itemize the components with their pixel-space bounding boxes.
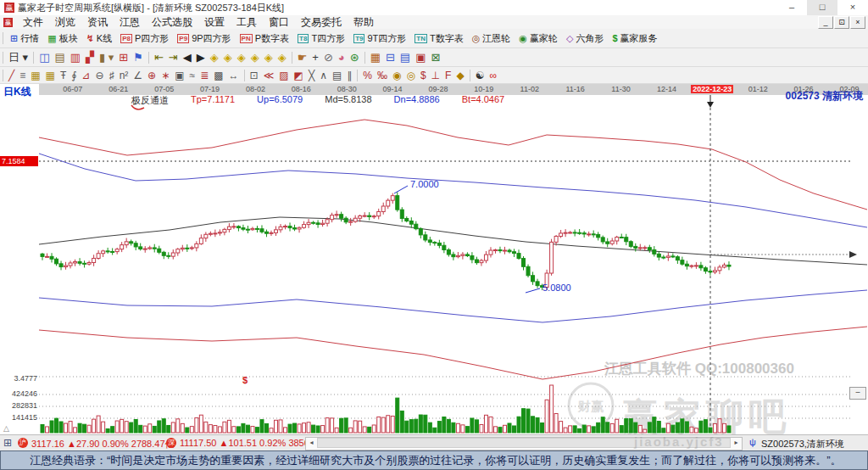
t-table-button[interactable]: TNT数字表 — [410, 32, 467, 45]
horizontal-scrollbar[interactable]: ◂ ▸ — [305, 437, 743, 450]
cross-tool-icon[interactable]: ╳ — [306, 70, 317, 81]
winner-wheel-button[interactable]: ◉赢家轮 — [515, 32, 562, 45]
scroll-left-button[interactable]: ◂ — [306, 438, 317, 448]
comb-lines-tool-icon[interactable]: ♯ — [107, 70, 117, 81]
zoom-diamond-1-icon[interactable]: ◈ — [208, 52, 221, 63]
wave-tool-icon[interactable]: ≈ — [187, 70, 198, 81]
scrollbar-thumb[interactable] — [317, 438, 731, 448]
next-bar-button-icon[interactable]: ▶ — [194, 52, 208, 63]
eraser-tool-button-icon[interactable]: ⊛ — [348, 52, 362, 63]
zoom-diamond-2-icon[interactable]: ◈ — [221, 52, 235, 63]
zoom-diamond-6-icon[interactable]: ◈ — [275, 52, 289, 63]
mdi-minimize-button[interactable]: _ — [818, 16, 833, 29]
menu-item-0[interactable]: 文件 — [17, 15, 49, 30]
zoom-diamond-4-icon[interactable]: ◈ — [248, 52, 262, 63]
taiji-button-icon[interactable]: ☯ — [473, 70, 487, 81]
kline-button[interactable]: ↯K线 — [82, 32, 117, 45]
gann-square-144-tool-icon[interactable]: ▦ — [43, 70, 58, 81]
angle-tool-icon[interactable]: ∠ — [131, 70, 145, 81]
n-square-tool-icon[interactable]: n² — [117, 70, 131, 81]
menu-item-3[interactable]: 江恩 — [114, 15, 146, 30]
select-tool-button-icon[interactable]: ⊘ — [321, 52, 336, 63]
flag-icon[interactable]: ⚑ — [131, 52, 146, 63]
sectors-button[interactable]: ▦板块 — [43, 32, 81, 45]
zoom-diamond-3-icon[interactable]: ◈ — [235, 52, 248, 63]
first-bar-button-icon[interactable]: ⇤ — [152, 52, 166, 63]
t9-square-button[interactable]: T99T四方形 — [349, 32, 410, 45]
menu-item-5[interactable]: 设置 — [198, 15, 231, 30]
golden-circle-tool-icon[interactable]: ◉ — [390, 70, 403, 81]
quote-grid-icon[interactable]: ⊞ — [3, 437, 12, 449]
shade-tool-icon[interactable]: ▨ — [276, 70, 291, 81]
grid-window-icon[interactable]: ⊞ — [116, 52, 131, 63]
menu-item-1[interactable]: 浏览 — [49, 15, 81, 30]
t-square-button[interactable]: T8T四方形 — [293, 32, 349, 45]
box-tool-icon[interactable]: ▣ — [172, 70, 186, 81]
zigzag-tool-icon[interactable]: ∧ — [317, 70, 330, 81]
maximize-button[interactable]: □ — [807, 0, 837, 15]
chart-window-icon[interactable]: ◫ — [36, 52, 52, 63]
fibonacci-tool-icon[interactable]: F — [442, 70, 453, 81]
mdi-close-button[interactable]: × — [850, 16, 865, 29]
hlines-tool-icon[interactable]: ▤ — [330, 70, 344, 81]
p-square-button[interactable]: P8P四方形 — [116, 32, 173, 45]
period-day-selector-icon[interactable]: 日 ▾ — [6, 52, 31, 63]
hexagon-button[interactable]: ◇六角形 — [562, 32, 608, 45]
p9-square-button[interactable]: P99P四方形 — [173, 32, 235, 45]
frame-tool-icon[interactable]: ⊡ — [248, 70, 261, 81]
quote-list-icon[interactable]: ▤ — [52, 52, 67, 63]
time-divider-tool-icon[interactable]: Ŧ — [58, 70, 69, 81]
gann-square-9-tool-icon[interactable]: ▦ — [28, 70, 42, 81]
zoom-diamond-5-icon[interactable]: ◈ — [262, 52, 275, 63]
close-button[interactable]: × — [837, 0, 868, 15]
band-tool-icon[interactable]: ≣ — [198, 70, 211, 81]
calendar-button-icon[interactable]: ▦ — [368, 52, 383, 63]
kline-style2-icon[interactable]: ▞ — [83, 52, 97, 63]
rays-tool-icon[interactable]: ≪ — [261, 70, 277, 81]
save-button-icon[interactable]: ▣ — [413, 52, 428, 63]
minimize-button[interactable]: – — [776, 0, 807, 15]
quotes-button[interactable]: ⊞行情 — [6, 32, 43, 45]
mdi-restore-button[interactable]: ⊡ — [834, 16, 849, 29]
percent-tool-icon[interactable]: % — [360, 70, 375, 81]
corner-tool-icon[interactable]: ◩ — [292, 70, 306, 81]
stamp-tool-button-icon[interactable]: ◕ — [336, 52, 348, 63]
last-bar-button-icon[interactable]: ⇥ — [166, 52, 181, 63]
menu-item-9[interactable]: 帮助 — [348, 15, 380, 30]
hatch-tool-icon[interactable]: ≡ — [17, 70, 28, 81]
vlines-tool-icon[interactable]: ∥ — [344, 70, 354, 81]
notes-button-icon[interactable]: ▤ — [398, 52, 413, 63]
menu-item-7[interactable]: 窗口 — [263, 15, 295, 30]
p-table-button[interactable]: PNP数字表 — [236, 32, 293, 45]
winner-service-button[interactable]: $赢家服务 — [608, 32, 661, 45]
menu-item-4[interactable]: 公式选股 — [146, 15, 198, 30]
star-tool-icon[interactable]: ∗ — [159, 70, 172, 81]
triangle-measure-tool-icon[interactable]: ⊿ — [80, 70, 93, 81]
gann-target-tool-icon[interactable]: ⊕ — [145, 70, 159, 81]
candle-type-selector-icon[interactable]: ▮ ▾ — [97, 52, 116, 63]
kline-style-icon[interactable]: ▥ — [68, 52, 83, 63]
gold-diamond-tool-icon[interactable]: ◆ — [453, 70, 466, 81]
width-tool-icon[interactable]: ↔ — [226, 70, 242, 81]
hand-tool-button-icon[interactable]: ☛ — [295, 52, 310, 63]
spiral-tool-icon[interactable]: ∮ — [69, 70, 79, 81]
golden-ring-tool-icon[interactable]: ◎ — [403, 70, 417, 81]
mesh-tool-icon[interactable]: ▩ — [211, 70, 225, 81]
gann-wheel-button[interactable]: ◎江恩轮 — [468, 32, 515, 45]
calculator-button-icon[interactable]: ⊟ — [383, 52, 398, 63]
volume-pane-collapse-button[interactable]: – — [849, 387, 866, 400]
export-button-icon[interactable]: ⊠ — [428, 52, 442, 63]
crosshair-tool-button-icon[interactable]: + — [309, 52, 321, 63]
permille-tool-icon[interactable]: ‰ — [375, 70, 390, 81]
prev-bar-button-icon[interactable]: ◀ — [181, 52, 194, 63]
menu-item-6[interactable]: 工具 — [231, 15, 263, 30]
menu-item-2[interactable]: 资讯 — [81, 15, 114, 30]
infinity-button-icon[interactable]: ∞ — [487, 70, 499, 81]
menu-item-8[interactable]: 交易委托 — [295, 15, 348, 30]
ellipse-tool-icon[interactable]: ⊖ — [93, 70, 107, 81]
price-mark-tool-icon[interactable]: $ — [418, 70, 429, 81]
pen-tool-icon[interactable]: ╱ — [6, 70, 17, 81]
kline-chart-canvas[interactable]: 江恩工具软件 QQ:100800360财赢赢家聊吧7.00005.0800$ — [0, 83, 868, 434]
support-tool-icon[interactable]: ⊥ — [429, 70, 442, 81]
scroll-right-button[interactable]: ▸ — [731, 438, 742, 448]
